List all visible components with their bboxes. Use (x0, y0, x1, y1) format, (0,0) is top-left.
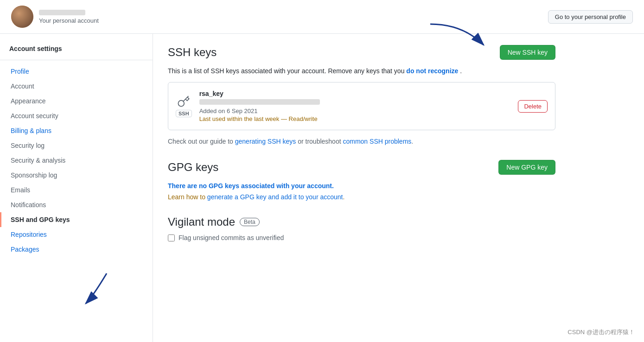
user-info: Your personal account (39, 10, 99, 24)
unsigned-commits-checkbox[interactable] (168, 234, 175, 241)
header-left: Your personal account (11, 6, 99, 28)
ssh-info-before: This is a list of SSH keys associated wi… (168, 67, 404, 75)
ssh-section-title: SSH keys (168, 46, 217, 59)
key-details: rsa_key Added on 6 Sep 2021 Last used wi… (199, 90, 511, 122)
key-added: Added on 6 Sep 2021 (199, 108, 511, 114)
ssh-badge: SSH (176, 110, 192, 117)
ssh-section-header: SSH keys New SSH key (168, 45, 555, 60)
guide-after: . (411, 138, 413, 145)
sidebar-divider (0, 60, 153, 60)
new-gpg-key-button[interactable]: New GPG key (498, 160, 555, 175)
gpg-section-title: GPG keys (168, 161, 218, 174)
arrow-annotation (426, 19, 491, 52)
sidebar: Account settings Profile Account Appeara… (0, 34, 153, 342)
sidebar-item-profile[interactable]: Profile (0, 64, 153, 79)
delete-key-button[interactable]: Delete (518, 100, 548, 113)
key-fingerprint (199, 99, 320, 105)
sidebar-item-packages[interactable]: Packages (0, 242, 153, 257)
sidebar-item-account[interactable]: Account (0, 79, 153, 94)
generate-gpg-key-link[interactable]: generate a GPG key and add it to your ac… (207, 193, 343, 201)
ssh-info-text: This is a list of SSH keys associated wi… (168, 67, 555, 75)
gpg-sub-text: Learn how to generate a GPG key and add … (168, 193, 555, 201)
sidebar-item-security-log[interactable]: Security log (0, 138, 153, 153)
sidebar-item-security-analysis[interactable]: Security & analysis (0, 153, 153, 168)
vigilant-check: Flag unsigned commits as unverified (168, 234, 555, 241)
gpg-section: GPG keys New GPG key There are no GPG ke… (168, 160, 555, 201)
ssh-info-bold: do not recognize (406, 67, 458, 75)
watermark: CSDN @进击の程序猿！ (567, 328, 635, 336)
sidebar-item-account-security[interactable]: Account security (0, 108, 153, 123)
header: Your personal account Go to your persona… (0, 0, 644, 34)
vigilant-title: Vigilant mode (168, 215, 235, 228)
guide-before: Check out our guide to (168, 138, 235, 145)
new-ssh-btn-container: New SSH key (500, 45, 555, 60)
sidebar-item-notifications[interactable]: Notifications (0, 197, 153, 212)
username-placeholder (39, 10, 85, 15)
ssh-key-card: SSH rsa_key Added on 6 Sep 2021 Last use… (168, 82, 555, 130)
layout: Account settings Profile Account Appeara… (0, 34, 644, 342)
key-icon (177, 95, 190, 108)
unsigned-commits-label: Flag unsigned commits as unverified (179, 234, 284, 241)
beta-badge: Beta (240, 218, 260, 226)
sidebar-item-ssh-gpg-keys[interactable]: SSH and GPG keys (0, 212, 153, 227)
sidebar-heading: Account settings (0, 41, 153, 56)
sidebar-item-repositories[interactable]: Repositories (0, 227, 153, 242)
learn-after: . (343, 193, 344, 201)
vigilant-header: Vigilant mode Beta (168, 215, 555, 228)
personal-profile-button[interactable]: Go to your personal profile (548, 10, 633, 24)
ssh-info-after: . (460, 67, 462, 75)
sidebar-item-billing[interactable]: Billing & plans (0, 123, 153, 138)
avatar-image (11, 6, 33, 28)
ssh-guide-text: Check out our guide to generating SSH ke… (168, 138, 555, 145)
new-ssh-key-button[interactable]: New SSH key (500, 45, 555, 60)
avatar (11, 6, 33, 28)
key-last-used: Last used within the last week — Read/wr… (199, 115, 511, 122)
account-type: Your personal account (39, 17, 99, 24)
guide-middle: or troubleshoot (296, 138, 343, 145)
key-name: rsa_key (199, 90, 511, 97)
sidebar-item-emails[interactable]: Emails (0, 183, 153, 197)
main-content: SSH keys New SSH key This is a list of S… (153, 34, 570, 342)
sidebar-item-appearance[interactable]: Appearance (0, 94, 153, 108)
gpg-section-header: GPG keys New GPG key (168, 160, 555, 175)
vigilant-section: Vigilant mode Beta Flag unsigned commits… (168, 215, 555, 241)
generating-ssh-keys-link[interactable]: generating SSH keys (235, 138, 296, 145)
key-icon-container: SSH (176, 95, 192, 117)
sidebar-item-sponsorship-log[interactable]: Sponsorship log (0, 168, 153, 183)
gpg-info-text: There are no GPG keys associated with yo… (168, 182, 555, 190)
common-ssh-problems-link[interactable]: common SSH problems (343, 138, 411, 145)
learn-before: Learn how to (168, 193, 207, 201)
